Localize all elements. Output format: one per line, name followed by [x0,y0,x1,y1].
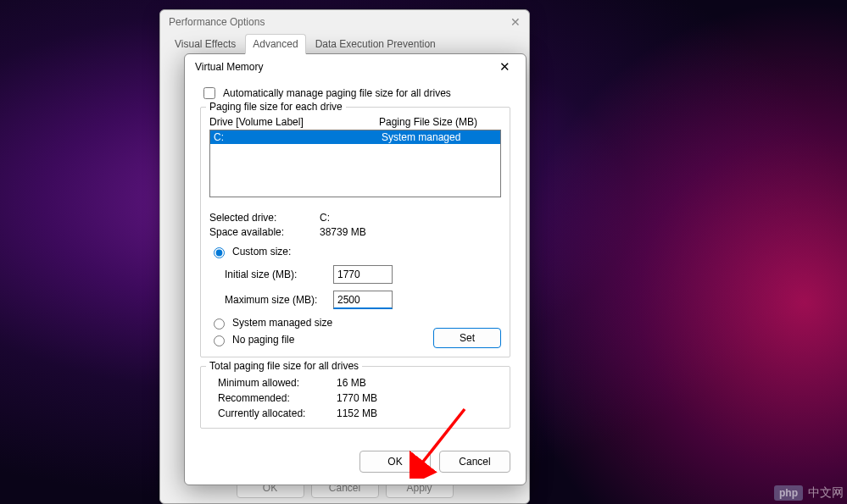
tab-dep[interactable]: Data Execution Prevention [308,34,443,54]
recommended-label: Recommended: [218,392,337,404]
auto-manage-row[interactable]: Automatically manage paging file size fo… [200,85,510,102]
currently-allocated-row: Currently allocated: 1152 MB [218,407,501,419]
space-available-label: Space available: [209,226,320,238]
vm-buttons: OK Cancel [185,442,526,485]
initial-size-label: Initial size (MB): [225,269,333,280]
maximum-size-input[interactable] [333,291,393,309]
watermark-text: 中文网 [808,485,844,501]
ok-button[interactable]: OK [359,451,431,473]
drive-header-col2: Paging File Size (MB) [379,116,477,128]
drive-list[interactable]: C: System managed [209,130,501,197]
minimum-allowed-value: 16 MB [337,377,366,389]
watermark-php: php [774,485,803,501]
no-paging-radio[interactable] [214,335,225,346]
drive-list-header: Drive [Volume Label] Paging File Size (M… [209,116,501,128]
space-available-row: Space available: 38739 MB [209,226,501,238]
selected-drive-value: C: [320,212,330,224]
selected-drive-label: Selected drive: [209,212,320,224]
selected-drive-row: Selected drive: C: [209,212,501,224]
recommended-value: 1770 MB [337,392,377,404]
no-paging-label: No paging file [232,334,294,346]
recommended-row: Recommended: 1770 MB [218,392,501,404]
custom-size-radio[interactable] [214,247,225,258]
close-icon[interactable]: ✕ [492,59,517,75]
group-each-drive-label: Paging file size for each drive [206,101,346,113]
watermark: php 中文网 [774,485,844,501]
system-managed-label: System managed size [232,317,332,329]
tab-visual-effects[interactable]: Visual Effects [167,34,243,54]
drive-row-selected[interactable]: C: System managed [210,130,500,144]
custom-size-label: Custom size: [232,246,291,258]
drive-header-col1: Drive [Volume Label] [209,116,379,128]
virtual-memory-dialog: Virtual Memory ✕ Automatically manage pa… [184,53,527,485]
drive-row-size: System managed [382,131,460,143]
initial-size-row: Initial size (MB): [225,265,501,284]
auto-manage-label: Automatically manage paging file size fo… [223,87,451,99]
initial-size-input[interactable] [333,265,393,284]
close-icon[interactable]: ✕ [510,15,521,29]
set-button[interactable]: Set [433,328,501,348]
maximum-size-label: Maximum size (MB): [225,294,333,306]
minimum-allowed-row: Minimum allowed: 16 MB [218,377,501,389]
system-managed-radio[interactable] [214,318,225,330]
group-total-label: Total paging file size for all drives [206,360,362,372]
maximum-size-row: Maximum size (MB): [225,291,501,309]
group-each-drive: Paging file size for each drive Drive [V… [200,107,510,357]
vm-title: Virtual Memory [195,61,263,73]
performance-options-titlebar: Performance Options ✕ [160,10,529,34]
auto-manage-checkbox[interactable] [203,87,215,99]
space-available-value: 38739 MB [320,226,366,238]
group-total: Total paging file size for all drives Mi… [200,366,510,429]
tab-advanced[interactable]: Advanced [245,34,305,54]
currently-allocated-label: Currently allocated: [218,407,337,419]
minimum-allowed-label: Minimum allowed: [218,377,337,389]
custom-size-row[interactable]: Custom size: [209,245,501,258]
currently-allocated-value: 1152 MB [337,407,377,419]
performance-options-title: Performance Options [169,16,265,28]
drive-row-drive: C: [214,131,382,143]
vm-titlebar: Virtual Memory ✕ [185,54,526,81]
cancel-button[interactable]: Cancel [439,451,510,473]
performance-tabs: Visual Effects Advanced Data Execution P… [160,34,529,54]
